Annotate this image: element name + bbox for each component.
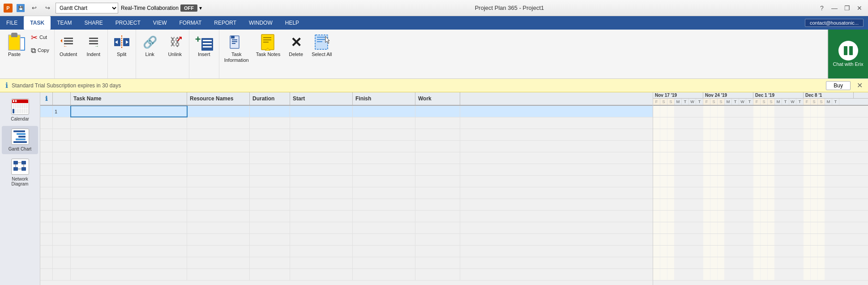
cell-duration-2[interactable] — [250, 117, 290, 129]
cell-start[interactable] — [290, 222, 353, 233]
cell-taskname[interactable] — [71, 211, 187, 222]
cell-taskname-2[interactable] — [71, 117, 187, 129]
cell-start[interactable] — [290, 257, 353, 268]
view-selector[interactable]: Gantt Chart — [56, 3, 118, 13]
collab-toggle[interactable]: OFF — [180, 4, 197, 12]
sidebar-item-calendar[interactable]: Calendar — [2, 96, 38, 124]
cell-resource[interactable] — [187, 141, 250, 152]
cell-work-2[interactable] — [415, 117, 460, 129]
cell-work[interactable] — [415, 257, 460, 268]
cell-finish[interactable] — [353, 246, 415, 257]
cell-resource-1[interactable] — [187, 106, 250, 117]
table-row[interactable] — [40, 269, 653, 281]
menu-share[interactable]: SHARE — [78, 16, 109, 30]
col-header-id[interactable] — [53, 92, 71, 105]
cell-start[interactable] — [290, 152, 353, 164]
cell-taskname-1[interactable] — [71, 106, 187, 117]
link-button[interactable]: 🔗 Link — [138, 31, 162, 60]
cell-duration[interactable] — [250, 234, 290, 245]
cell-duration[interactable] — [250, 211, 290, 222]
cell-finish[interactable] — [353, 152, 415, 164]
col-header-finish[interactable]: Finish — [353, 92, 415, 105]
cell-work[interactable] — [415, 164, 460, 175]
cell-duration[interactable] — [250, 222, 290, 233]
cell-finish[interactable] — [353, 211, 415, 222]
minimize-button[interactable]: — — [830, 3, 839, 13]
undo-button[interactable]: ↩ — [29, 3, 39, 13]
cell-start-1[interactable] — [290, 106, 353, 117]
table-row[interactable] — [40, 164, 653, 176]
cell-duration[interactable] — [250, 199, 290, 210]
cell-resource[interactable] — [187, 129, 250, 140]
cell-work[interactable] — [415, 234, 460, 245]
cell-duration[interactable] — [250, 129, 290, 140]
cell-start[interactable] — [290, 129, 353, 140]
indent-button[interactable]: → Indent — [81, 31, 106, 60]
menu-help[interactable]: HELP — [279, 16, 305, 30]
table-row[interactable] — [40, 152, 653, 164]
menu-project[interactable]: PROJECT — [109, 16, 147, 30]
menu-report[interactable]: REPORT — [208, 16, 243, 30]
cell-work[interactable] — [415, 187, 460, 199]
buy-button[interactable]: Buy — [826, 81, 851, 90]
cell-duration[interactable] — [250, 164, 290, 175]
cell-work[interactable] — [415, 222, 460, 233]
table-row[interactable] — [40, 211, 653, 222]
cell-finish-2[interactable] — [353, 117, 415, 129]
cell-resource[interactable] — [187, 222, 250, 233]
cell-start[interactable] — [290, 234, 353, 245]
cell-duration[interactable] — [250, 187, 290, 199]
cell-finish-1[interactable] — [353, 106, 415, 117]
col-header-taskname[interactable]: Task Name — [71, 92, 187, 105]
menu-task[interactable]: TASK — [24, 16, 51, 30]
cell-start[interactable] — [290, 187, 353, 199]
cell-resource[interactable] — [187, 199, 250, 210]
cell-resource[interactable] — [187, 257, 250, 268]
cell-finish[interactable] — [353, 176, 415, 187]
cell-taskname[interactable] — [71, 234, 187, 245]
menu-window[interactable]: WINDOW — [243, 16, 279, 30]
cell-start[interactable] — [290, 246, 353, 257]
cell-duration[interactable] — [250, 269, 290, 280]
save-button[interactable]: 💾 — [15, 3, 26, 13]
cell-taskname[interactable] — [71, 187, 187, 199]
task-information-button[interactable]: Task Information — [221, 31, 252, 65]
insert-button[interactable]: + Insert — [191, 31, 217, 60]
select-all-button[interactable]: Select All — [308, 31, 335, 60]
cell-resource[interactable] — [187, 164, 250, 175]
table-row[interactable] — [40, 176, 653, 187]
cell-resource[interactable] — [187, 269, 250, 280]
table-row[interactable] — [40, 129, 653, 141]
menu-team[interactable]: TEAM — [51, 16, 78, 30]
sidebar-item-gantt[interactable]: Gantt Chart — [2, 126, 38, 154]
cell-work[interactable] — [415, 141, 460, 152]
cell-work[interactable] — [415, 246, 460, 257]
sidebar-item-network[interactable]: Network Diagram — [2, 156, 38, 189]
table-row[interactable] — [40, 199, 653, 211]
cell-taskname[interactable] — [71, 246, 187, 257]
table-row[interactable] — [40, 187, 653, 199]
table-row[interactable] — [40, 117, 653, 129]
chat-with-erix-button[interactable]: Chat with Erix — [828, 30, 868, 78]
cell-work[interactable] — [415, 269, 460, 280]
cell-resource[interactable] — [187, 246, 250, 257]
redo-button[interactable]: ↪ — [42, 3, 53, 13]
menu-file[interactable]: FILE — [0, 16, 24, 30]
cell-taskname[interactable] — [71, 129, 187, 140]
outdent-button[interactable]: ← Outdent — [56, 31, 81, 60]
cell-finish[interactable] — [353, 269, 415, 280]
cell-finish[interactable] — [353, 129, 415, 140]
cell-taskname[interactable] — [71, 257, 187, 268]
table-row[interactable] — [40, 257, 653, 269]
cell-taskname[interactable] — [71, 152, 187, 164]
cell-duration[interactable] — [250, 152, 290, 164]
cell-duration[interactable] — [250, 176, 290, 187]
close-button[interactable]: ✕ — [855, 3, 864, 13]
collab-dropdown-icon[interactable]: ▾ — [199, 5, 202, 11]
cell-finish[interactable] — [353, 141, 415, 152]
col-header-start[interactable]: Start — [290, 92, 353, 105]
paste-button[interactable]: Paste — [2, 31, 27, 60]
menu-format[interactable]: FORMAT — [173, 16, 208, 30]
table-row[interactable] — [40, 234, 653, 246]
table-row[interactable] — [40, 222, 653, 234]
